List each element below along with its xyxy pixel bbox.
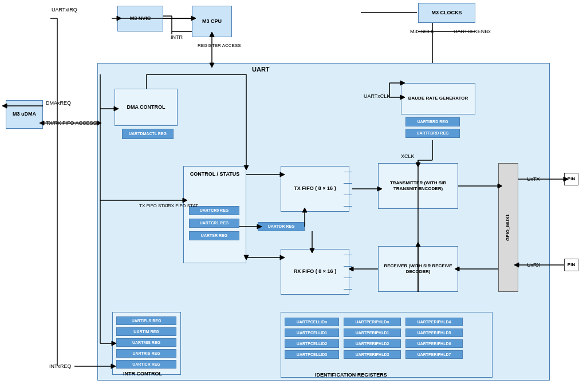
transmitter-box: TRANSMITTER (WITH SIR TRANSMIT ENCODER) <box>378 163 458 209</box>
pin2-box: PIN <box>564 259 578 271</box>
diagram: UART M3 NVIC M3 CPU REGISTER ACCESS M3 C… <box>0 0 583 392</box>
uartperiphld6: UARTPERIPHLD6 <box>405 339 463 348</box>
uart-label: UART <box>252 66 270 73</box>
pin1-box: PIN <box>564 173 578 185</box>
uartdmactl-reg: UARTDMACTL REG <box>122 129 174 139</box>
m3-cpu-label: M3 CPU <box>202 18 222 25</box>
uartibrd-reg: UARTIBRD REG <box>405 117 460 126</box>
control-status-label: CONTROL / STATUS <box>184 171 246 178</box>
uartim-reg: UARTIM REG <box>116 327 176 336</box>
gpio-mux-label: GPIO_MUX1 <box>505 214 511 241</box>
uartclkenb-label: UARTCLKENBx <box>454 29 491 34</box>
receiver-box: RECEIVER (WITH SIR RECEIVE DECODER) <box>378 246 458 292</box>
uxrx-label: UxRX <box>527 262 541 268</box>
uartperiphld7: UARTPERIPHLD7 <box>405 350 463 359</box>
receiver-label: RECEIVER (WITH SIR RECEIVE DECODER) <box>379 263 458 275</box>
rx-fifo-lines <box>344 249 352 295</box>
m3-udma-label: M3 uDMA <box>13 111 36 118</box>
register-access-label: REGISTER ACCESS <box>198 43 241 48</box>
tx-fifo-stat-label: TX FIFO STAT <box>139 203 169 209</box>
gpio-mux-box: GPIO_MUX1 <box>498 163 518 292</box>
uartpcellid1: UARTPCELLID1 <box>285 328 339 337</box>
intxreq-label: INTxREQ <box>49 363 72 369</box>
uartdr-reg: UARTDR REG <box>258 222 305 231</box>
m3-nvic-label: M3 NVIC <box>130 15 151 22</box>
uartcr1-reg: UARTCR1 REG <box>189 219 239 228</box>
transmitter-label: TRANSMITTER (WITH SIR TRANSMIT ENCODER) <box>379 180 458 192</box>
dmax-req-label: DMAxREQ <box>46 100 71 106</box>
uartperiphld1: UARTPERIPHLD1 <box>344 328 401 337</box>
uartperiphld0: UARTPERIPHLDo <box>344 318 401 326</box>
baud-rate-label: BAUDE RATE GENERATOR <box>408 96 468 101</box>
m3-udma-box: M3 uDMA <box>6 100 43 129</box>
uartperiphld2: UARTPERIPHLD2 <box>344 339 401 348</box>
uartxirq-label: UARTxIRQ <box>52 7 77 13</box>
id-regs-label: IDENTIFICATION REGISTERS <box>315 372 387 378</box>
m3-clocks-label: M3 CLOCKS <box>431 10 462 17</box>
uartifls-reg: UARTIFLS REG <box>116 316 176 325</box>
uxtx-label: UxTX <box>527 176 540 182</box>
rx-fifo-box: RX FIFO ( 8 × 16 ) <box>281 249 349 295</box>
uartfbrd-reg: UARTFBRD REG <box>405 129 460 138</box>
intr-label: INTR <box>171 34 183 40</box>
m3-cpu-box: M3 CPU <box>192 6 232 37</box>
m3-nvic-box: M3 NVIC <box>117 6 163 31</box>
uartris-reg: UARTRIS REG <box>116 349 176 358</box>
rx-fifo-label: RX FIFO ( 8 × 16 ) <box>294 268 336 275</box>
uartperiphld3: UARTPERIPHLD3 <box>344 350 401 359</box>
dma-control-box: DMA CONTROL <box>115 89 178 126</box>
m3-clocks-box: M3 CLOCKS <box>418 3 475 23</box>
uartpcellid0: UARTPCELLIDo <box>285 318 339 326</box>
uartperiphld5: UARTPERIPHLD5 <box>405 328 463 337</box>
uarticr-reg: UARTICR REG <box>116 360 176 369</box>
uartxclk-label: UARTxCLK <box>364 93 390 99</box>
intr-control-label: INTR CONTROL <box>123 371 162 377</box>
m3ssclk-label: M3SSCLK <box>410 29 434 34</box>
txrx-fifo-label: TX/RX FIFO ACCESS <box>46 120 97 127</box>
xclk-label: XCLK <box>401 153 415 159</box>
uartpcellid2: UARTPCELLID2 <box>285 339 339 348</box>
tx-fifo-lines <box>344 166 352 212</box>
uartmis-reg: UARTMIS REG <box>116 338 176 347</box>
dma-control-label: DMA CONTROL <box>127 104 165 111</box>
tx-fifo-label: TX FIFO ( 8 × 16 ) <box>294 185 336 192</box>
uartperiphld4: UARTPERIPHLD4 <box>405 318 463 326</box>
uartsr-reg: UARTSR REG <box>189 231 239 240</box>
uartpcellid3: UARTPCELLID3 <box>285 350 339 359</box>
tx-fifo-box: TX FIFO ( 8 × 16 ) <box>281 166 349 212</box>
baud-rate-box: BAUDE RATE GENERATOR <box>401 83 475 114</box>
rx-fifo-stat-label: RX FIFO STAT <box>168 203 198 209</box>
